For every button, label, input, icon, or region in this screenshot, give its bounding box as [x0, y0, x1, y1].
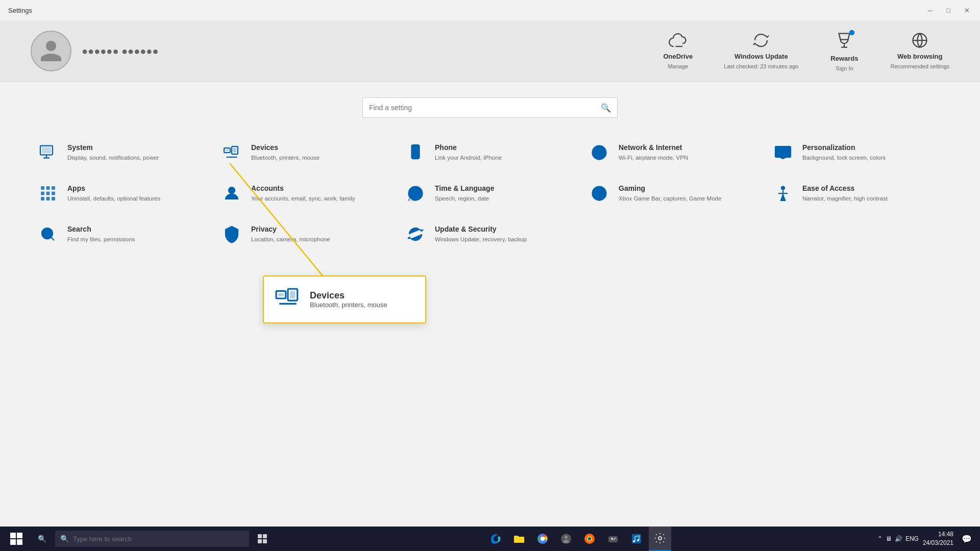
update-security-title: Update & Security — [435, 225, 527, 233]
svg-rect-14 — [41, 192, 44, 195]
ease-of-access-desc: Narrator, magnifier, high contrast — [802, 194, 888, 203]
svg-rect-32 — [278, 293, 283, 296]
windows-update-shortcut[interactable]: Windows Update Last checked: 23 minutes … — [724, 31, 798, 69]
svg-point-49 — [614, 539, 615, 540]
taskbar-chrome-icon[interactable] — [531, 527, 554, 551]
profile-area: ●●●●●● ●●●●●● — [31, 31, 637, 71]
taskbar-right: ⌃ 🖥 🔊 ENG 14:48 24/03/2021 💬 — [877, 527, 976, 551]
svg-point-28 — [42, 228, 53, 239]
onedrive-sub: Manage — [668, 63, 688, 69]
rewards-shortcut[interactable]: Rewards Sign In — [824, 31, 865, 71]
svg-point-27 — [781, 187, 785, 190]
close-button[interactable]: ✕ — [962, 7, 972, 14]
web-browsing-label: Web browsing — [897, 53, 943, 60]
header: ●●●●●● ●●●●●● OneDrive Manage — [0, 20, 980, 82]
svg-rect-37 — [258, 539, 262, 543]
privacy-icon — [223, 225, 243, 245]
maximize-button[interactable]: □ — [943, 7, 953, 14]
callout-title: Devices — [310, 290, 387, 301]
taskbar-search-input[interactable] — [73, 535, 244, 543]
svg-rect-18 — [46, 197, 50, 201]
setting-item-search[interactable]: Search Find my files, permissions — [31, 215, 214, 256]
svg-point-41 — [541, 537, 545, 541]
update-security-icon — [406, 225, 427, 245]
taskbar-music-icon[interactable] — [625, 527, 648, 551]
lang-indicator: ENG — [905, 535, 919, 542]
setting-item-gaming[interactable]: Gaming Xbox Game Bar, captures, Game Mod… — [582, 174, 766, 215]
taskbar-firefox-icon[interactable] — [578, 527, 601, 551]
setting-item-system[interactable]: System Display, sound, notifications, po… — [31, 133, 214, 174]
search-desc: Find my files, permissions — [67, 235, 135, 243]
setting-item-accounts[interactable]: Accounts Your accounts, email, sync, wor… — [214, 174, 398, 215]
clock-time: 14:48 — [923, 530, 953, 539]
callout-box: Devices Bluetooth, printers, mouse — [263, 276, 426, 323]
devices-title: Devices — [251, 143, 320, 152]
tray-arrow-icon[interactable]: ⌃ — [877, 535, 883, 542]
taskbar-search-box[interactable]: 🔍 — [55, 531, 249, 547]
accounts-desc: Your accounts, email, sync, work, family — [251, 194, 355, 203]
privacy-title: Privacy — [251, 225, 330, 233]
window-controls: ─ □ ✕ — [925, 7, 972, 14]
volume-icon[interactable]: 🔊 — [895, 535, 902, 542]
svg-point-43 — [565, 536, 568, 539]
taskbar-search-button[interactable]: 🔍 — [31, 527, 53, 551]
time-language-title: Time & Language — [435, 184, 494, 192]
setting-item-devices[interactable]: Devices Bluetooth, printers, mouse — [214, 133, 398, 174]
apps-title: Apps — [67, 184, 160, 192]
setting-item-update-security[interactable]: Update & Security Windows Update, recove… — [398, 215, 582, 256]
avatar[interactable] — [31, 31, 71, 71]
taskbar-left: 🔍 🔍 — [4, 527, 274, 551]
taskbar-settings-icon[interactable] — [649, 527, 671, 551]
personalization-icon — [774, 143, 794, 164]
svg-rect-38 — [263, 539, 267, 543]
setting-item-time-language[interactable]: A A Time & Language Speech, region, date — [398, 174, 582, 215]
setting-item-apps[interactable]: Apps Uninstall, defaults, optional featu… — [31, 174, 214, 215]
taskbar-game-icon[interactable] — [602, 527, 624, 551]
windows-update-sub: Last checked: 23 minutes ago — [724, 63, 798, 69]
svg-point-25 — [602, 191, 603, 193]
taskbar-edge-icon[interactable] — [484, 527, 507, 551]
update-security-desc: Windows Update, recovery, backup — [435, 235, 527, 243]
svg-point-52 — [637, 539, 639, 541]
search-input[interactable] — [369, 104, 597, 112]
minimize-button[interactable]: ─ — [925, 7, 935, 14]
setting-item-personalization[interactable]: Personalization Background, lock screen,… — [766, 133, 949, 174]
svg-rect-15 — [46, 192, 50, 195]
ease-of-access-icon — [774, 184, 794, 205]
svg-rect-16 — [52, 192, 55, 195]
ease-of-access-title: Ease of Access — [802, 184, 888, 192]
start-button[interactable] — [4, 527, 29, 551]
callout-sub: Bluetooth, printers, mouse — [310, 301, 387, 309]
network-tray-icon[interactable]: 🖥 — [886, 535, 892, 542]
clock-date: 24/03/2021 — [923, 539, 953, 547]
taskbar-search-icon: 🔍 — [60, 535, 69, 543]
network-desc: Wi-Fi, airplane mode, VPN — [619, 154, 688, 162]
svg-point-46 — [588, 537, 591, 540]
time-language-desc: Speech, region, date — [435, 194, 494, 203]
svg-rect-34 — [290, 291, 295, 298]
apps-desc: Uninstall, defaults, optional features — [67, 194, 160, 203]
svg-rect-6 — [233, 148, 236, 153]
onedrive-shortcut[interactable]: OneDrive Manage — [657, 31, 698, 69]
setting-item-privacy[interactable]: Privacy Location, camera, microphone — [214, 215, 398, 256]
task-view-button[interactable] — [251, 527, 274, 551]
svg-point-53 — [658, 537, 662, 540]
notification-button[interactable]: 💬 — [958, 527, 976, 551]
system-tray: ⌃ 🖥 🔊 ENG — [877, 535, 919, 542]
search-icon[interactable]: 🔍 — [601, 103, 611, 113]
setting-item-phone[interactable]: Phone Link your Android, iPhone — [398, 133, 582, 174]
svg-rect-17 — [41, 197, 44, 201]
taskbar-apps — [484, 527, 671, 551]
svg-marker-30 — [324, 276, 332, 286]
taskbar-explorer-icon[interactable] — [508, 527, 530, 551]
search-box[interactable]: 🔍 — [362, 97, 618, 118]
web-browsing-shortcut[interactable]: Web browsing Recommended settings — [890, 31, 949, 69]
gaming-desc: Xbox Game Bar, captures, Game Mode — [619, 194, 721, 203]
setting-item-network[interactable]: Network & Internet Wi-Fi, airplane mode,… — [582, 133, 766, 174]
taskbar-profile-icon[interactable] — [555, 527, 577, 551]
time-block[interactable]: 14:48 24/03/2021 — [923, 530, 953, 547]
svg-point-20 — [229, 187, 235, 193]
svg-rect-31 — [276, 291, 286, 298]
svg-rect-12 — [46, 187, 50, 190]
setting-item-ease-of-access[interactable]: Ease of Access Narrator, magnifier, high… — [766, 174, 949, 215]
